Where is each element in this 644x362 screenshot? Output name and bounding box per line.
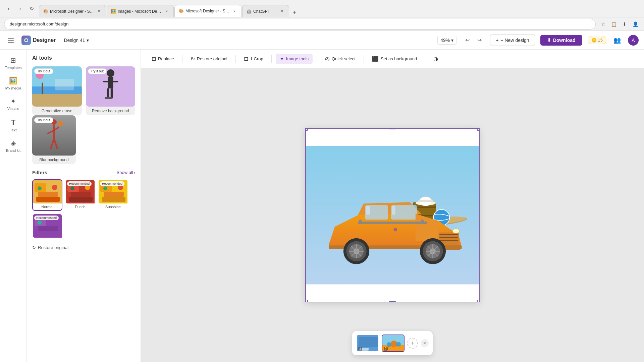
svg-rect-14 (110, 81, 118, 82)
toolbar-divider-4 (317, 55, 317, 63)
sidebar-item-brand-kit[interactable]: ◈ Brand kit (2, 136, 25, 156)
forward-button[interactable]: › (15, 4, 25, 13)
tab-3[interactable]: 🎨 Microsoft Designer - Stunning... × (174, 5, 241, 17)
tab-1[interactable]: 🎨 Microsoft Designer - Stunning... × (39, 5, 106, 17)
design-name-dropdown[interactable]: Design 41 ▾ (61, 36, 91, 44)
ai-tools-row-2: Try it out Blur background (32, 115, 135, 164)
svg-point-11 (107, 69, 114, 77)
filter-normal[interactable]: Normal (32, 179, 62, 211)
sidebar-item-my-media[interactable]: 🖼️ My media (2, 74, 25, 93)
back-button[interactable]: ‹ (4, 4, 13, 13)
set-as-background-button[interactable]: ⬛ Set as background (368, 54, 421, 64)
svg-rect-66 (418, 200, 433, 202)
user-avatar[interactable]: A (628, 35, 639, 46)
panel-title: AI tools (32, 55, 135, 61)
zoom-control[interactable]: 49% ▾ (437, 36, 457, 45)
canvas-viewport[interactable]: ↻ 1 (141, 68, 644, 362)
new-tab-button[interactable]: + (290, 8, 299, 17)
toolbar-divider-5 (364, 55, 364, 63)
brand-logo[interactable]: Designer (21, 36, 56, 45)
sidebar-item-text[interactable]: T Text (2, 115, 25, 135)
slide-2-number: 2 (384, 347, 388, 351)
ai-tool-blur-background[interactable]: Try it out Blur background (32, 115, 76, 164)
tab-2-favicon: 🖼️ (111, 9, 116, 14)
color-adjust-button[interactable]: ◑ (429, 54, 442, 64)
close-slides-panel-button[interactable]: × (421, 339, 429, 347)
collections-icon[interactable]: 📋 (609, 19, 619, 29)
ai-tool-remove-background[interactable]: Try it out Remove background (86, 66, 136, 115)
svg-rect-17 (105, 97, 112, 99)
undo-button[interactable]: ↩ (462, 35, 473, 46)
restore-original-button[interactable]: ↻ Restore original (32, 245, 135, 250)
coins-badge[interactable]: 🪙 15 (588, 36, 606, 44)
filter-extra-1[interactable]: Recommended (32, 214, 62, 241)
restore-original-toolbar-button[interactable]: ↻ Restore original (186, 54, 231, 64)
image-tools-button[interactable]: ✦ Image tools (276, 54, 313, 64)
new-design-label: + New design (500, 38, 529, 43)
car-image (306, 129, 479, 302)
quick-select-button[interactable]: ◎ Quick select (321, 54, 360, 64)
browser-icons: ☆ 📋 ⬇ 👤 (598, 19, 640, 29)
undo-redo-controls: ↩ ↪ (462, 35, 485, 46)
sidebar-item-brand-kit-label: Brand kit (6, 148, 20, 153)
redo-button[interactable]: ↪ (474, 35, 485, 46)
tab-1-close[interactable]: × (96, 9, 102, 14)
tab-3-close[interactable]: × (232, 8, 237, 14)
filter-sunshine[interactable]: Recommended Sunshine (98, 179, 128, 211)
sidebar-item-visuals[interactable]: ✦ Visuals (2, 95, 25, 114)
top-nav: Designer Design 41 ▾ 49% ▾ ↩ ↪ + + New d… (0, 31, 644, 50)
toolbar-divider-6 (425, 55, 425, 63)
filter-normal-label: Normal (33, 203, 62, 210)
slide-2-thumb[interactable]: 2 (382, 335, 405, 352)
close-icon: × (423, 340, 426, 346)
add-slide-icon: + (411, 340, 415, 347)
add-slide-button[interactable]: + (407, 338, 418, 349)
restore-label: Restore original (38, 245, 68, 250)
slide-1-thumb[interactable]: 1 (356, 335, 379, 352)
crop-button[interactable]: ⊡ 1 Crop (240, 54, 267, 64)
svg-rect-74 (439, 234, 458, 235)
hamburger-menu[interactable] (5, 35, 16, 46)
download-button[interactable]: ⬇ Download (540, 35, 582, 46)
tab-4[interactable]: 🤖 ChatGPT × (242, 5, 289, 17)
try-it-badge-blur: Try it out (34, 117, 53, 123)
toolbar-divider-2 (235, 55, 236, 63)
svg-point-114 (396, 342, 401, 347)
tab-4-close[interactable]: × (279, 9, 285, 14)
ai-tool-generative-erase[interactable]: Try it out Generative erase (32, 66, 82, 115)
refresh-button[interactable]: ↻ (27, 4, 36, 13)
sidebar-item-templates-label: Templates (5, 66, 21, 70)
tab-4-title: ChatGPT (253, 9, 277, 14)
replace-button[interactable]: ⊟ Replace (148, 54, 178, 64)
image-toolbar: ⊟ Replace ↻ Restore original ⊡ 1 Crop ✦ … (141, 50, 644, 68)
address-bar-row: designer.microsoft.com/design ☆ 📋 ⬇ 👤 (0, 17, 644, 31)
crop-label: 1 Crop (250, 56, 263, 61)
profile-icon[interactable]: 👤 (631, 19, 640, 29)
filters-grid-2: Recommended (32, 214, 135, 241)
svg-rect-1 (8, 40, 14, 41)
download-icon: ⬇ (547, 38, 551, 43)
share-button[interactable]: 👥 (612, 35, 623, 46)
favorites-icon[interactable]: ☆ (598, 19, 608, 29)
design-name-label: Design 41 (64, 38, 85, 43)
slide-1-number: 1 (358, 347, 362, 351)
zoom-chevron-icon: ▾ (451, 38, 453, 43)
address-bar[interactable]: designer.microsoft.com/design (4, 19, 596, 29)
car-svg (306, 129, 479, 302)
filter-punch-thumb: Recommended (66, 180, 95, 203)
new-design-button[interactable]: + + New design (490, 35, 535, 46)
filter-punch[interactable]: Recommended Punch (65, 179, 95, 211)
svg-point-24 (58, 121, 63, 126)
toolbar-divider-3 (271, 55, 272, 63)
set-as-bg-label: Set as background (381, 56, 417, 61)
tab-2-close[interactable]: × (164, 9, 169, 14)
tab-2[interactable]: 🖼️ Images - Microsoft Designer × (107, 5, 174, 17)
filters-section-header: Filters Show all › (32, 170, 135, 175)
svg-rect-108 (359, 337, 378, 347)
download-browser-icon[interactable]: ⬇ (620, 19, 629, 29)
svg-rect-70 (392, 206, 395, 215)
sidebar-item-templates[interactable]: ⊞ Templates (2, 54, 25, 73)
svg-point-48 (38, 221, 42, 225)
generative-erase-label: Generative erase (32, 107, 82, 115)
show-all-button[interactable]: Show all › (117, 170, 135, 175)
